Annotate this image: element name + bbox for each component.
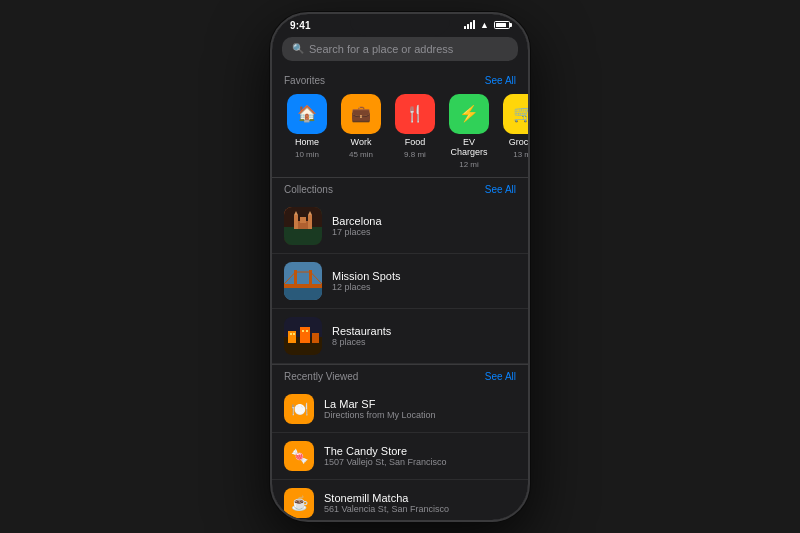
favorites-list[interactable]: 🏠 Home 10 min 💼 Work 45 min 🍴 Food 9.8 m…: [272, 90, 528, 177]
food-sub: 9.8 mi: [404, 150, 426, 159]
svg-rect-2: [294, 215, 298, 229]
matcha-name: Stonemill Matcha: [324, 492, 449, 504]
work-icon: 💼: [341, 94, 381, 134]
candy-info: The Candy Store 1507 Vallejo St, San Fra…: [324, 445, 446, 467]
food-icon: 🍴: [395, 94, 435, 134]
status-icons: ▲: [464, 20, 510, 30]
wifi-icon: ▲: [480, 20, 489, 30]
favorite-item-work[interactable]: 💼 Work 45 min: [338, 94, 384, 169]
matcha-icon: ☕: [284, 488, 314, 518]
mission-thumbnail: [284, 262, 322, 300]
collections-see-all[interactable]: See All: [485, 184, 516, 195]
svg-rect-24: [306, 330, 308, 332]
collections-header: Collections See All: [272, 178, 528, 199]
work-sub: 45 min: [349, 150, 373, 159]
work-name: Work: [351, 137, 372, 147]
ev-sub: 12 mi: [459, 160, 479, 169]
phone-screen: 9:41 ▲ 🔍 Search for a place or address: [272, 14, 528, 520]
recently-viewed-see-all[interactable]: See All: [485, 371, 516, 382]
svg-rect-3: [308, 215, 312, 229]
search-bar[interactable]: 🔍 Search for a place or address: [282, 37, 518, 61]
favorites-see-all[interactable]: See All: [485, 75, 516, 86]
favorite-item-food[interactable]: 🍴 Food 9.8 mi: [392, 94, 438, 169]
svg-rect-10: [284, 284, 322, 288]
lamar-name: La Mar SF: [324, 398, 436, 410]
mission-name: Mission Spots: [332, 270, 400, 282]
matcha-info: Stonemill Matcha 561 Valencia St, San Fr…: [324, 492, 449, 514]
phone-notch: [350, 14, 450, 36]
favorite-item-grocery[interactable]: 🛒 Groc… 13 mi: [500, 94, 528, 169]
svg-rect-19: [300, 327, 310, 343]
mission-info: Mission Spots 12 places: [332, 270, 400, 292]
recent-matcha[interactable]: ☕ Stonemill Matcha 561 Valencia St, San …: [272, 480, 528, 519]
barcelona-count: 17 places: [332, 227, 382, 237]
restaurants-name: Restaurants: [332, 325, 391, 337]
food-name: Food: [405, 137, 426, 147]
svg-rect-20: [312, 333, 319, 343]
grocery-name: Groc…: [509, 137, 528, 147]
recently-viewed-header: Recently Viewed See All: [272, 365, 528, 386]
mission-count: 12 places: [332, 282, 400, 292]
home-name: Home: [295, 137, 319, 147]
candy-sub: 1507 Vallejo St, San Francisco: [324, 457, 446, 467]
svg-rect-9: [284, 288, 322, 300]
restaurants-info: Restaurants 8 places: [332, 325, 391, 347]
home-icon: 🏠: [287, 94, 327, 134]
svg-rect-18: [288, 331, 296, 343]
favorite-item-home[interactable]: 🏠 Home 10 min: [284, 94, 330, 169]
recently-viewed-title: Recently Viewed: [284, 371, 358, 382]
barcelona-name: Barcelona: [332, 215, 382, 227]
lamar-sub: Directions from My Location: [324, 410, 436, 420]
candy-icon: 🍬: [284, 441, 314, 471]
favorites-header: Favorites See All: [272, 69, 528, 90]
restaurants-thumbnail: [284, 317, 322, 355]
battery-icon: [494, 21, 510, 29]
svg-rect-23: [302, 330, 304, 332]
collection-barcelona[interactable]: Barcelona 17 places: [272, 199, 528, 254]
phone-frame: 9:41 ▲ 🔍 Search for a place or address: [270, 12, 530, 522]
ev-icon: ⚡: [449, 94, 489, 134]
home-sub: 10 min: [295, 150, 319, 159]
svg-rect-7: [300, 217, 306, 223]
ev-name: EV Chargers: [446, 137, 492, 157]
collections-title: Collections: [284, 184, 333, 195]
search-icon: 🔍: [292, 43, 304, 54]
signal-icon: [464, 21, 475, 29]
collection-restaurants[interactable]: Restaurants 8 places: [272, 309, 528, 364]
lamar-info: La Mar SF Directions from My Location: [324, 398, 436, 420]
candy-name: The Candy Store: [324, 445, 446, 457]
svg-rect-21: [290, 333, 292, 335]
svg-rect-22: [293, 333, 295, 335]
restaurants-count: 8 places: [332, 337, 391, 347]
svg-rect-1: [284, 227, 322, 245]
lamar-icon: 🍽️: [284, 394, 314, 424]
favorites-title: Favorites: [284, 75, 325, 86]
matcha-sub: 561 Valencia St, San Francisco: [324, 504, 449, 514]
barcelona-thumbnail: [284, 207, 322, 245]
grocery-icon: 🛒: [503, 94, 528, 134]
favorite-item-ev[interactable]: ⚡ EV Chargers 12 mi: [446, 94, 492, 169]
collection-mission[interactable]: Mission Spots 12 places: [272, 254, 528, 309]
recent-lamar[interactable]: 🍽️ La Mar SF Directions from My Location: [272, 386, 528, 433]
recent-candy[interactable]: 🍬 The Candy Store 1507 Vallejo St, San F…: [272, 433, 528, 480]
barcelona-info: Barcelona 17 places: [332, 215, 382, 237]
status-time: 9:41: [290, 20, 311, 31]
search-placeholder: Search for a place or address: [309, 43, 453, 55]
grocery-sub: 13 mi: [513, 150, 528, 159]
main-content[interactable]: Favorites See All 🏠 Home 10 min 💼 Work 4…: [272, 69, 528, 519]
